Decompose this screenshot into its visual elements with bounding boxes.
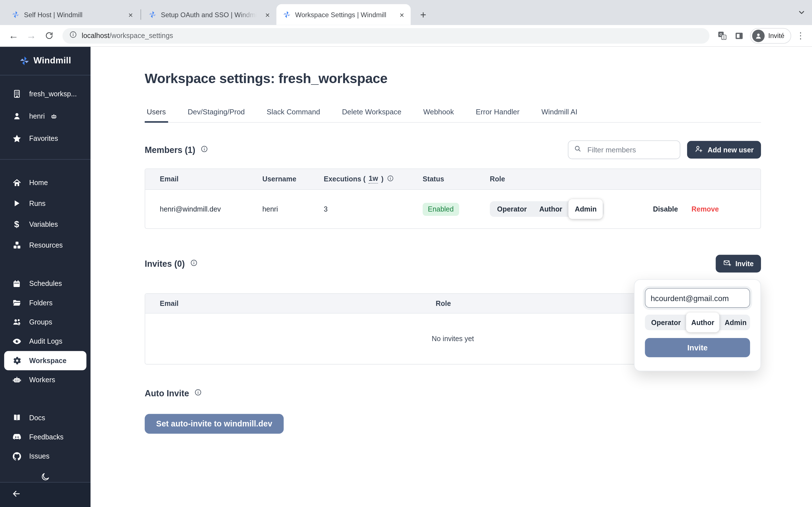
sidebar-item-workers[interactable]: Workers xyxy=(0,370,91,389)
tab-webhook[interactable]: Webhook xyxy=(421,108,456,122)
role-admin-option-selected[interactable]: Admin xyxy=(568,199,603,219)
auto-invite-heading: Auto Invite xyxy=(145,388,202,398)
tab-windmill-ai[interactable]: Windmill AI xyxy=(539,108,580,122)
sidebar-item-label: fresh_worksp... xyxy=(29,90,77,98)
sidebar-item-resources[interactable]: Resources xyxy=(0,235,91,256)
mail-plus-icon xyxy=(723,259,731,269)
sidebar-item-workspace-switcher[interactable]: fresh_worksp... xyxy=(0,83,91,105)
cubes-icon xyxy=(11,240,22,250)
sidebar-item-label: Workspace xyxy=(29,356,66,364)
sidebar-item-user[interactable]: henri xyxy=(0,105,91,127)
sidebar-item-groups[interactable]: Groups xyxy=(0,313,91,332)
col-executions: Executions (1w) xyxy=(324,175,423,183)
windmill-favicon-icon xyxy=(148,10,157,19)
sidebar-item-feedbacks[interactable]: Feedbacks xyxy=(0,428,91,447)
member-email: henri@windmill.dev xyxy=(160,205,262,213)
popup-role-operator-option[interactable]: Operator xyxy=(646,315,686,330)
browser-menu-icon[interactable]: ⋮ xyxy=(794,30,807,41)
status-badge: Enabled xyxy=(423,203,459,216)
forward-icon[interactable]: → xyxy=(23,27,40,44)
address-bar[interactable]: localhost/workspace_settings xyxy=(63,28,710,43)
sidebar-item-workspace[interactable]: Workspace xyxy=(4,351,87,370)
sidebar-group-main: Home Runs $ Variables Resources xyxy=(0,172,91,255)
calendar-icon xyxy=(11,279,22,289)
reload-icon[interactable] xyxy=(41,27,57,44)
sidebar-item-favorites[interactable]: Favorites xyxy=(0,127,91,150)
members-header-row: Members (1) xyxy=(145,140,761,159)
avatar xyxy=(752,29,765,42)
role-operator-option[interactable]: Operator xyxy=(491,201,533,217)
eye-icon xyxy=(11,336,22,347)
invite-button[interactable]: Invite xyxy=(716,255,761,273)
sidebar-item-label: Docs xyxy=(29,414,45,422)
sidebar-item-audit-logs[interactable]: Audit Logs xyxy=(0,332,91,351)
github-icon xyxy=(11,451,22,462)
set-auto-invite-button[interactable]: Set auto-invite to windmill.dev xyxy=(145,414,284,434)
collapse-arrow-left-icon[interactable] xyxy=(11,489,21,501)
sidebar-item-folders[interactable]: Folders xyxy=(0,293,91,313)
remove-button[interactable]: Remove xyxy=(692,205,719,213)
home-icon xyxy=(11,177,22,188)
browser-tab-1[interactable]: Self Host | Windmill × xyxy=(5,4,139,25)
sidebar-item-issues[interactable]: Issues xyxy=(0,447,91,466)
browser-tab-strip: Self Host | Windmill × Setup OAuth and S… xyxy=(0,0,812,25)
info-icon[interactable] xyxy=(194,388,202,398)
tab-search-chevron-down-icon[interactable] xyxy=(797,8,806,19)
sidebar-item-runs[interactable]: Runs xyxy=(0,193,91,214)
members-table-header: Email Username Executions (1w) Status Ro… xyxy=(145,169,760,190)
tab-users[interactable]: Users xyxy=(145,108,168,122)
tab-divider xyxy=(140,9,141,20)
popup-role-admin-option[interactable]: Admin xyxy=(719,315,752,330)
tab-error-handler[interactable]: Error Handler xyxy=(474,108,522,122)
close-icon[interactable]: × xyxy=(397,10,407,19)
gear-icon xyxy=(11,355,22,366)
users-group-icon xyxy=(11,317,22,327)
disable-button[interactable]: Disable xyxy=(653,205,678,213)
new-tab-button[interactable]: + xyxy=(416,7,430,22)
tab-dev-staging-prod[interactable]: Dev/Staging/Prod xyxy=(186,108,247,122)
building-icon xyxy=(11,89,22,99)
role-author-option[interactable]: Author xyxy=(533,201,568,217)
info-icon[interactable] xyxy=(387,175,394,183)
executions-suffix: ) xyxy=(381,175,384,183)
sidebar-item-variables[interactable]: $ Variables xyxy=(0,214,91,235)
sidebar-item-label: Schedules xyxy=(29,280,62,288)
info-icon[interactable] xyxy=(190,259,198,269)
side-panel-icon[interactable] xyxy=(731,28,747,43)
info-icon[interactable] xyxy=(200,145,208,155)
filter-members-field[interactable] xyxy=(568,140,680,159)
sidebar-group-external: Docs Feedbacks Issues xyxy=(0,408,91,466)
close-icon[interactable]: × xyxy=(126,10,135,19)
sidebar-group-admin: Schedules Folders Groups xyxy=(0,274,91,390)
back-icon[interactable]: ← xyxy=(5,27,22,44)
sidebar-item-label: Feedbacks xyxy=(29,433,63,441)
star-icon xyxy=(11,133,22,144)
browser-tab-2[interactable]: Setup OAuth and SSO | Windmi × xyxy=(142,4,276,25)
sidebar-item-schedules[interactable]: Schedules xyxy=(0,274,91,293)
add-new-user-button[interactable]: Add new user xyxy=(688,141,761,159)
sidebar-item-home[interactable]: Home xyxy=(0,172,91,193)
filter-members-input[interactable] xyxy=(587,145,675,154)
browser-tab-3-active[interactable]: Workspace Settings | Windmill × xyxy=(276,4,410,25)
popup-role-author-option-selected[interactable]: Author xyxy=(686,313,719,332)
tab-delete-workspace[interactable]: Delete Workspace xyxy=(340,108,403,122)
col-invite-email: Email xyxy=(160,299,436,307)
browser-profile-chip[interactable]: Invité xyxy=(750,28,791,43)
sidebar-item-docs[interactable]: Docs xyxy=(0,408,91,427)
settings-tabs: Users Dev/Staging/Prod Slack Command Del… xyxy=(145,108,761,123)
play-icon xyxy=(11,198,22,209)
invite-email-input[interactable] xyxy=(645,288,750,308)
invite-submit-button[interactable]: Invite xyxy=(645,338,750,357)
tab-slack-command[interactable]: Slack Command xyxy=(264,108,322,122)
translate-icon[interactable]: G文 xyxy=(715,28,730,43)
close-icon[interactable]: × xyxy=(263,10,272,19)
discord-icon xyxy=(11,432,22,442)
windmill-logo[interactable]: Windmill xyxy=(0,47,91,75)
invites-header-row: Invites (0) Invite xyxy=(145,255,761,273)
tab-title: Setup OAuth and SSO | Windmi xyxy=(161,11,259,18)
sidebar: Windmill fresh_worksp... henri xyxy=(0,47,91,507)
site-info-icon[interactable] xyxy=(69,31,77,41)
sidebar-item-label: Audit Logs xyxy=(29,337,62,345)
executions-window: 1w xyxy=(369,175,378,183)
sidebar-item-label: Folders xyxy=(29,299,52,307)
